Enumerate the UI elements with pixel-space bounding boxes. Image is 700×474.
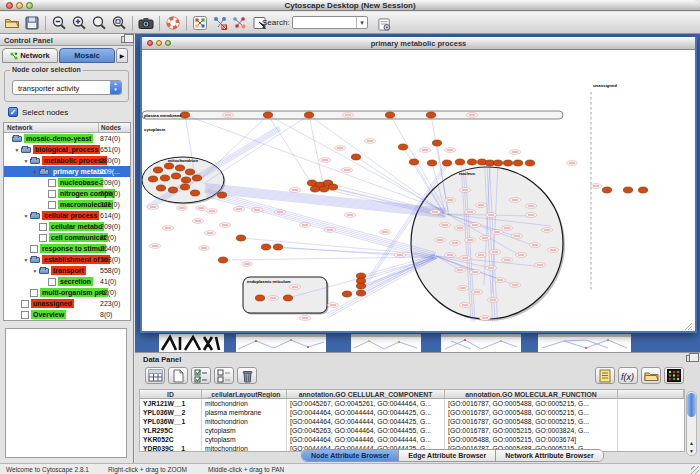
- table-cell: [GO:0016787, GO:0005215, GO:0003824, G..…: [445, 426, 618, 435]
- tree-expand-icon[interactable]: ▼: [31, 268, 39, 274]
- scrollbar-arrows[interactable]: ▲▼: [687, 439, 696, 455]
- tree-row[interactable]: nitrogen compo209(0): [4, 188, 130, 199]
- import-button[interactable]: [641, 367, 661, 384]
- network-canvas[interactable]: plasma membranecytoplasmmitochondrionnuc…: [142, 50, 695, 331]
- table-row[interactable]: YPL036W__2plasma membrane[GO:0044464, GO…: [140, 408, 684, 417]
- search-config-icon: [377, 17, 392, 32]
- table-row[interactable]: YJR121W__1mitochondrion[GO:0045267, GO:0…: [140, 399, 684, 408]
- table-scrollbar[interactable]: ▲▼: [686, 391, 697, 456]
- background-window[interactable]: [236, 334, 326, 352]
- tree-row[interactable]: secretion41(0): [4, 276, 130, 287]
- save-button[interactable]: [22, 14, 42, 33]
- resize-grip[interactable]: [691, 466, 699, 474]
- attribute-table-button[interactable]: [145, 367, 165, 384]
- tree-row[interactable]: ▼biological_process651(0): [4, 144, 130, 155]
- help-button[interactable]: [163, 14, 183, 33]
- chevron-down-icon[interactable]: ▾: [356, 17, 367, 28]
- tree-expand-icon[interactable]: ▼: [22, 158, 30, 164]
- tree-row[interactable]: ▼transport558(0): [4, 265, 130, 276]
- tree-row[interactable]: unassigned223(0): [4, 298, 130, 309]
- background-window[interactable]: [351, 334, 421, 352]
- table-header-cell[interactable]: annotation.GO CELLULAR_COMPONENT: [287, 390, 445, 398]
- table-cell: [GO:0045267, GO:0045261, GO:0044464, G..…: [287, 399, 445, 408]
- tree-row[interactable]: ▼metabolic process280(0): [4, 155, 130, 166]
- tree-row[interactable]: cellular metabo209(0): [4, 221, 130, 232]
- select-attributes-button[interactable]: [191, 367, 211, 384]
- delete-attribute-button[interactable]: [237, 367, 257, 384]
- tab-network-attribute-browser[interactable]: Network Attribute Browser: [496, 450, 602, 461]
- layout-nodes-button[interactable]: [210, 14, 230, 33]
- network-overview-button[interactable]: [190, 14, 210, 33]
- table-header-cell[interactable]: ID: [140, 390, 202, 398]
- zoom-fit-button[interactable]: [89, 14, 109, 33]
- notes-button[interactable]: [595, 367, 615, 384]
- table-header-cell[interactable]: _cellularLayoutRegion: [202, 390, 287, 398]
- tab-overflow-button[interactable]: ▶: [116, 48, 128, 63]
- float-icon[interactable]: [121, 36, 129, 43]
- table-cell: YPL036W__2: [140, 408, 202, 417]
- open-button[interactable]: [2, 14, 22, 33]
- file-icon: [39, 234, 47, 242]
- table-cell: YJR121W__1: [140, 399, 202, 408]
- formula-button[interactable]: f(x): [618, 367, 638, 384]
- background-network-preview: [236, 337, 326, 352]
- background-window[interactable]: [538, 334, 631, 352]
- background-window[interactable]: [159, 334, 224, 352]
- zoom-out-button[interactable]: [49, 14, 69, 33]
- graph-node: [190, 190, 199, 196]
- background-window[interactable]: [441, 334, 521, 352]
- zoom-selected-button[interactable]: [109, 14, 129, 33]
- tree-row[interactable]: response to stimul264(0): [4, 243, 130, 254]
- unselect-attributes-button[interactable]: [214, 367, 234, 384]
- tree-row[interactable]: macromolecule311(0): [4, 199, 130, 210]
- scrollbar-thumb[interactable]: [687, 393, 696, 417]
- table-cell: [GO:0016787, GO:0005488, GO:0005215, G..…: [445, 399, 618, 408]
- tree-row-count: 558(0): [100, 256, 120, 263]
- network-graph[interactable]: plasma membranecytoplasmmitochondrionnuc…: [142, 50, 695, 331]
- birdseye-view[interactable]: [5, 328, 127, 458]
- tree-row[interactable]: mosaic-demo-yeast874(0): [4, 133, 130, 144]
- table-row[interactable]: YLR295Ccytoplasm[GO:0045263, GO:0044464,…: [140, 426, 684, 435]
- node-color-combobox[interactable]: transporter activity ▲▼: [12, 80, 122, 95]
- table-row[interactable]: YKR052Ccytoplasm[GO:0044464, GO:0044446,…: [140, 435, 684, 444]
- tree-row-count: 614(0): [100, 212, 120, 219]
- float-icon[interactable]: [686, 355, 694, 362]
- background-network-preview: [159, 334, 224, 352]
- tree-expand-icon[interactable]: ▼: [22, 213, 30, 219]
- network-window-titlebar[interactable]: primary metabolic process: [142, 37, 695, 50]
- tree-expand-icon[interactable]: ▼: [22, 257, 30, 263]
- tab-mosaic[interactable]: Mosaic: [59, 48, 115, 63]
- tree-header[interactable]: Network Nodes: [4, 123, 130, 133]
- tab-network[interactable]: Network: [2, 48, 58, 63]
- table-header-cell[interactable]: annotation.GO MOLECULAR_FUNCTION: [445, 390, 618, 398]
- combobox-value: transporter activity: [18, 84, 79, 93]
- search-options-button[interactable]: [374, 15, 394, 34]
- tree-expand-icon[interactable]: ▼: [31, 169, 39, 175]
- table-header-cell[interactable]: [618, 390, 684, 398]
- tree-expand-icon[interactable]: ▼: [13, 147, 21, 153]
- tab-edge-attribute-browser[interactable]: Edge Attribute Browser: [399, 450, 496, 461]
- layout-edges-button[interactable]: [230, 14, 250, 33]
- table-header-row[interactable]: ID_cellularLayoutRegionannotation.GO CEL…: [140, 390, 684, 399]
- table-cell: [GO:0044464, GO:0044444, GO:0044425, G..…: [287, 408, 445, 417]
- tree-row[interactable]: ▼establishment of lo558(0): [4, 254, 130, 265]
- table-row[interactable]: YPL036W__1mitochondrion[GO:0044464, GO:0…: [140, 417, 684, 426]
- snapshot-button[interactable]: [136, 14, 156, 33]
- graph-edge: [205, 190, 445, 215]
- network-view-window[interactable]: primary metabolic process plasma membran…: [140, 37, 697, 333]
- tree-row[interactable]: Overview8(0): [4, 309, 130, 320]
- select-nodes-checkbox[interactable]: ✓: [8, 107, 18, 117]
- tree-row[interactable]: ▼primary metabo209(...: [4, 166, 130, 177]
- column-divider[interactable]: [98, 123, 99, 133]
- tree-row[interactable]: ▼cellular process614(0): [4, 210, 130, 221]
- graph-node: [493, 160, 502, 166]
- tree-row[interactable]: cell communicat22(0): [4, 232, 130, 243]
- combobox-stepper-icon[interactable]: ▲▼: [110, 81, 121, 94]
- tab-node-attribute-browser[interactable]: Node Attribute Browser: [302, 450, 399, 461]
- zoom-in-button[interactable]: [69, 14, 89, 33]
- tree-row[interactable]: multi-organism pro42(0): [4, 287, 130, 298]
- tree-row[interactable]: nucleobase-209(0): [4, 177, 130, 188]
- new-attribute-button[interactable]: [168, 367, 188, 384]
- matrix-button[interactable]: [664, 367, 684, 384]
- search-input[interactable]: ▾: [292, 16, 368, 29]
